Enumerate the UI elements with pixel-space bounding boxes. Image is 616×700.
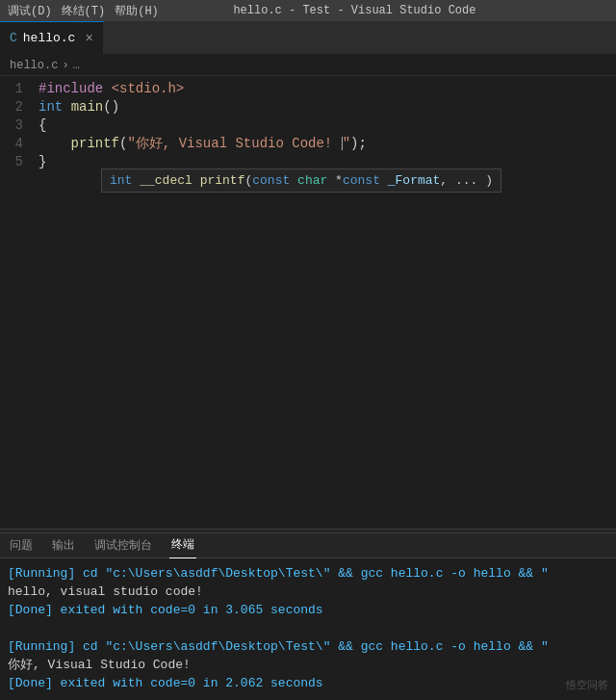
- line-text-1: #include <stdio.h>: [38, 80, 616, 98]
- panel-tab-problems[interactable]: 问题: [8, 533, 35, 558]
- tab-bar: C hello.c ×: [0, 21, 616, 55]
- term-line-1: [Running] cd "c:\Users\asddf\Desktop\Tes…: [8, 564, 608, 583]
- breadcrumb-file: hello.c: [10, 59, 58, 72]
- term-line-5: [Running] cd "c:\Users\asddf\Desktop\Tes…: [8, 637, 608, 656]
- tab-label: hello.c: [23, 31, 76, 45]
- file-c-icon: C: [10, 31, 17, 45]
- code-line-1: 1 #include <stdio.h>: [0, 80, 616, 98]
- line-number-3: 3: [0, 117, 38, 135]
- breadcrumb-symbol: …: [73, 59, 80, 72]
- term-line-2: hello, visual studio code!: [8, 583, 608, 601]
- line-text-4: printf("你好, Visual Studio Code! ");: [38, 135, 616, 153]
- menu-terminal[interactable]: 终结(T): [62, 3, 106, 19]
- title-bar: 调试(D) 终结(T) 帮助(H) hello.c - Test - Visua…: [0, 0, 616, 21]
- breadcrumb-sep: ›: [62, 59, 68, 72]
- line-text-2: int main(): [38, 98, 616, 117]
- tab-close-icon[interactable]: ×: [85, 31, 92, 46]
- line-number-1: 1: [0, 80, 38, 98]
- panel-tab-output[interactable]: 输出: [50, 533, 77, 558]
- code-line-4: 4 printf("你好, Visual Studio Code! ");: [0, 135, 616, 153]
- line-number-2: 2: [0, 98, 38, 117]
- code-line-3: 3 {: [0, 117, 616, 135]
- term-line-4: [8, 619, 608, 637]
- panel-tab-terminal[interactable]: 终端: [169, 532, 196, 558]
- window-title: hello.c - Test - Visual Studio Code: [233, 4, 475, 17]
- tab-hello-c[interactable]: C hello.c ×: [0, 21, 104, 54]
- line-number-4: 4: [0, 135, 38, 153]
- panel-tab-bar: 问题 输出 调试控制台 终端: [0, 533, 616, 558]
- breadcrumb: hello.c › …: [0, 55, 616, 76]
- term-line-3: [Done] exited with code=0 in 3.065 secon…: [8, 601, 608, 619]
- term-line-6: 你好, Visual Studio Code!: [8, 656, 608, 674]
- code-content: 1 #include <stdio.h> 2 int main() 3 { 4 …: [0, 76, 616, 175]
- terminal-output[interactable]: [Running] cd "c:\Users\asddf\Desktop\Tes…: [0, 558, 616, 700]
- editor-area[interactable]: 1 #include <stdio.h> 2 int main() 3 { 4 …: [0, 76, 616, 529]
- code-line-2: 2 int main(): [0, 98, 616, 117]
- term-line-7: [Done] exited with code=0 in 2.062 secon…: [8, 674, 608, 692]
- bottom-panel: 问题 输出 调试控制台 终端 [Running] cd "c:\Users\as…: [0, 533, 616, 700]
- panel-tab-debug-console[interactable]: 调试控制台: [92, 533, 154, 558]
- autocomplete-popup: int __cdecl printf(const char *const _Fo…: [101, 169, 501, 193]
- watermark: 悟空问答: [566, 678, 608, 692]
- line-text-3: {: [38, 117, 616, 135]
- menu-bar[interactable]: 调试(D) 终结(T) 帮助(H): [8, 3, 159, 19]
- menu-debug[interactable]: 调试(D): [8, 3, 52, 19]
- menu-help[interactable]: 帮助(H): [115, 3, 159, 19]
- line-number-5: 5: [0, 153, 38, 171]
